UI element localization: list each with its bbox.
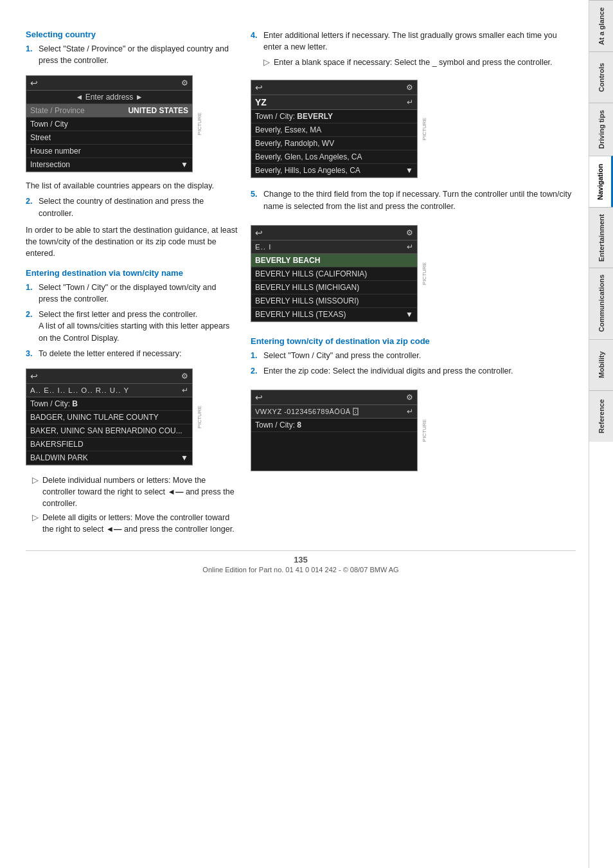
screen4-bev-hills-tx: BEVERLY HILLS (TEXAS) ▼ [251,308,417,321]
zip-step-2-text: Enter the zip code: Select the individua… [263,365,513,377]
right-column: 4. Enter additional letters if necessary… [251,19,576,538]
screen4-bev-hills-ca: BEVERLY HILLS (CALIFORNIA) [251,267,417,281]
screen2-baker: BAKER, UNINC SAN BERNARDINO COU... [26,424,192,438]
screen5-side-label: PICTURE [419,384,429,476]
screen4-bev-hills-mi: BEVERLY HILLS (MICHIGAN) [251,281,417,294]
page-number: 135 [26,555,576,565]
step-1: 1. Select "State / Province" or the disp… [26,43,238,66]
zip-step-2: 2. Enter the zip code: Select the indivi… [251,365,576,377]
screen1-side-label: PICTURE [194,70,204,177]
back-icon-1: ↩ [30,78,38,88]
selecting-country-step2: 2. Select the country of destination and… [26,195,238,219]
delete-bullets: ▷ Delete individual numbers or letters: … [32,475,238,536]
screen2-header: ↩ ⚙ [26,369,192,384]
settings-icon-3: ⚙ [406,83,413,92]
sidebar-tab-driving-tips[interactable]: Driving tips [589,103,613,156]
dest-step-3-text: To delete the letter entered if necessar… [39,348,181,359]
sidebar-tab-controls[interactable]: Controls [589,51,613,103]
right-step-5-num: 5. [251,188,260,212]
screen1-header: ↩ ⚙ [26,76,192,91]
screen3: ↩ ⚙ YZ ↵ Town / City: BEVERLY Beverly, E… [251,80,418,178]
screen2-side-label: PICTURE [194,363,204,471]
yz-text: YZ [255,97,267,107]
dest-step-2: 2. Select the first letter and press the… [26,309,238,343]
screen1-row-street: Street [26,131,192,145]
sidebar-tab-reference[interactable]: Reference [589,390,613,442]
settings-icon-4: ⚙ [406,228,413,237]
arrow-icon-2: ▷ [32,512,39,535]
settings-icon-1: ⚙ [181,78,188,87]
screen3-wrapper: ↩ ⚙ YZ ↵ Town / City: BEVERLY Beverly, E… [251,75,418,183]
screen4-input: E.. I ↵ [251,240,417,254]
zip-step-1-num: 1. [251,350,260,361]
screen3-beverly-glen: Beverly, Glen, Los Angeles, CA [251,150,417,164]
two-col-layout: Selecting country 1. Select "State / Pro… [26,19,576,538]
screen1-note: The list of available countries appears … [26,180,238,192]
bullet-2-text: Delete all digits or letters: Move the c… [42,512,238,535]
bullet-delete-individual: ▷ Delete individual numbers or letters: … [32,475,238,509]
back-icon-5: ↩ [255,392,263,402]
dest-step-2-text: Select the first letter and press the co… [39,309,238,343]
screen5-empty-area [251,432,417,471]
screen3-enter: ↵ [407,98,413,107]
screen4-bev-hills-mo: BEVERLY HILLS (MISSOURI) [251,294,417,308]
back-icon-2: ↩ [30,371,38,381]
screen1-row-town: Town / City [26,118,192,131]
screen2-town: Town / City: B [26,397,192,411]
right-step-5-text: Change to the third field from the top i… [263,188,576,212]
screen3-beverly-randolph: Beverly, Randolph, WV [251,137,417,150]
arrow-icon-3: ▷ [263,57,270,68]
screen1-wrapper: ↩ ⚙ ◄ Enter address ► State / Province U… [26,70,193,177]
zip-step-1: 1. Select "Town / City" and press the co… [251,350,576,361]
blank-space-text: Enter a blank space if necessary: Select… [274,57,553,68]
sidebar-tab-entertainment[interactable]: Entertainment [589,207,613,268]
right-step-4-text: Enter additional letters if necessary. T… [263,30,576,53]
dest-step-3-num: 3. [26,348,35,359]
screen5: ↩ ⚙ VWXYZ -0123456789ÄÖÜÄ 8 ↵ Town / Cit… [251,390,418,471]
screen4: ↩ ⚙ E.. I ↵ BEVERLY BEACH BEVERLY HILLS … [251,225,418,322]
screen1-center-text: ◄ Enter address ► [26,91,192,104]
screen3-header: ↩ ⚙ [251,80,417,95]
step-2-text: Select the country of destination and pr… [39,195,238,219]
right-step-4: 4. Enter additional letters if necessary… [251,30,576,53]
zip-code-heading: Entering town/city of destination via zi… [251,336,576,346]
right-step-4-num: 4. [251,30,260,53]
zip-step-1-text: Select "Town / City" and press the contr… [263,350,421,361]
sidebar-tab-mobility[interactable]: Mobility [589,339,613,390]
entering-destination-heading: Entering destination via town/city name [26,268,238,278]
right-sidebar: At a glance Controls Driving tips Naviga… [589,0,613,868]
screen1: ↩ ⚙ ◄ Enter address ► State / Province U… [26,75,193,172]
right-steps: 4. Enter additional letters if necessary… [251,30,576,53]
selecting-country-body: In order to be able to start the destina… [26,224,238,259]
screen4-enter: ↵ [407,242,413,251]
screen5-wrapper: ↩ ⚙ VWXYZ -0123456789ÄÖÜÄ 8 ↵ Town / Cit… [251,384,418,476]
screen2-chars: A.. E.. I.. L.. O.. R.. U.. Y [30,386,129,394]
dest-step-1-text: Select "Town / City" or the displayed to… [39,282,238,305]
screen3-yz: YZ ↵ [251,95,417,110]
screen3-beverly-essex: Beverly, Essex, MA [251,123,417,137]
screen4-header: ↩ ⚙ [251,226,417,240]
screen3-side-label: PICTURE [419,75,429,183]
screen5-town-val: Town / City: 8 [251,419,417,432]
screen2-badger: BADGER, UNINC TULARE COUNTY [26,411,192,424]
right-step-5-list: 5. Change to the third field from the to… [251,188,576,212]
sidebar-tab-navigation[interactable]: Navigation [589,156,613,207]
screen5-zip-input: VWXYZ -0123456789ÄÖÜÄ 8 ↵ [251,405,417,419]
screen1-row-state: State / Province UNITED STATES [26,104,192,118]
screen2: ↩ ⚙ A.. E.. I.. L.. O.. R.. U.. Y ↵ Town… [26,368,193,466]
sidebar-tab-communications[interactable]: Communications [589,267,613,338]
back-icon-3: ↩ [255,82,263,93]
copyright-text: Online Edition for Part no. 01 41 0 014 … [26,566,576,574]
bullet-1-text: Delete individual numbers or letters: Mo… [42,475,238,509]
page-footer: 135 Online Edition for Part no. 01 41 0 … [26,550,576,574]
step-1-text: Select "State / Province" or the display… [39,43,238,66]
zip-step-2-num: 2. [251,365,260,377]
arrow-icon-1: ▷ [32,475,39,509]
screen4-beverly-beach: BEVERLY BEACH [251,254,417,267]
step-2: 2. Select the country of destination and… [26,195,238,219]
entering-destination-steps: 1. Select "Town / City" or the displayed… [26,282,238,359]
screen5-enter: ↵ [407,407,413,416]
screen2-wrapper: ↩ ⚙ A.. E.. I.. L.. O.. R.. U.. Y ↵ Town… [26,363,193,471]
sidebar-tab-at-a-glance[interactable]: At a glance [589,0,613,51]
screen5-header: ↩ ⚙ [251,390,417,405]
